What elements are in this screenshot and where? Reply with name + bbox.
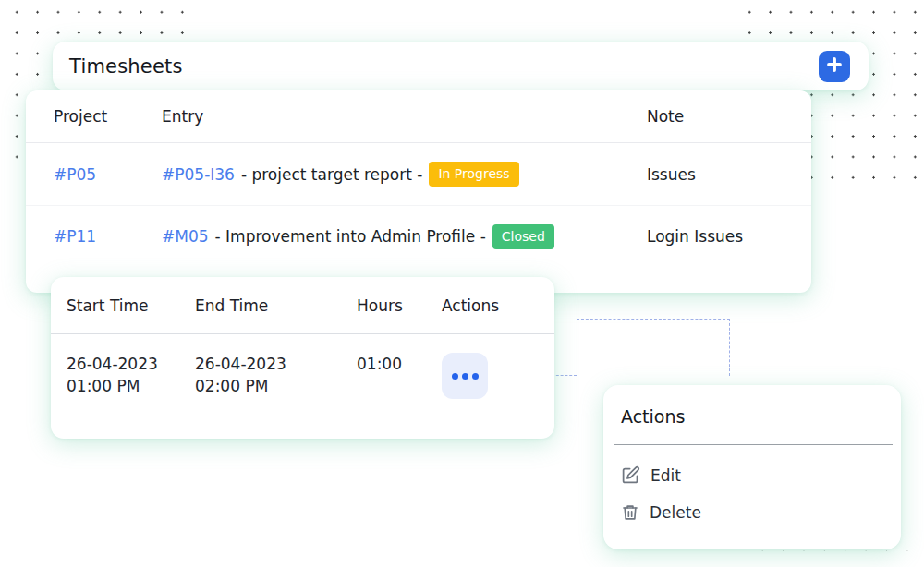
time-entries-card: Start Time End Time Hours Actions 26-04-… bbox=[51, 277, 554, 439]
column-header-actions: Actions bbox=[442, 296, 554, 315]
page-title: Timesheets bbox=[69, 55, 183, 78]
plus-icon bbox=[824, 54, 845, 78]
column-header-entry: Entry bbox=[162, 107, 647, 126]
project-link[interactable]: #P05 bbox=[54, 165, 96, 184]
menu-item-label: Delete bbox=[650, 503, 701, 522]
ellipsis-icon bbox=[452, 373, 479, 380]
project-link[interactable]: #P11 bbox=[54, 227, 96, 246]
table-row: #P05 #P05-I36 - project target report - … bbox=[26, 143, 811, 205]
status-badge: In Progress bbox=[429, 162, 518, 187]
menu-item-edit[interactable]: Edit bbox=[603, 456, 901, 494]
note-cell: Issues bbox=[647, 165, 811, 184]
menu-item-delete[interactable]: Delete bbox=[603, 494, 901, 531]
entry-text: - project target report - bbox=[241, 165, 423, 184]
end-time-cell: 26-04-2023 02:00 PM bbox=[195, 353, 357, 397]
end-time: 02:00 PM bbox=[195, 375, 357, 397]
end-date: 26-04-2023 bbox=[195, 353, 357, 375]
entry-link[interactable]: #P05-I36 bbox=[162, 165, 235, 184]
entry-text: - Improvement into Admin Profile - bbox=[215, 227, 486, 246]
edit-icon bbox=[621, 465, 640, 485]
table-row: #P11 #M05 - Improvement into Admin Profi… bbox=[26, 205, 811, 267]
start-time-cell: 26-04-2023 01:00 PM bbox=[51, 353, 195, 397]
actions-popup: Actions Edit Delete bbox=[603, 385, 901, 549]
column-header-end-time: End Time bbox=[195, 296, 357, 315]
column-header-note: Note bbox=[647, 107, 811, 126]
menu-item-label: Edit bbox=[650, 466, 681, 485]
trash-icon bbox=[621, 503, 639, 522]
time-entries-header: Start Time End Time Hours Actions bbox=[51, 277, 554, 334]
start-date: 26-04-2023 bbox=[67, 353, 195, 375]
column-header-start-time: Start Time bbox=[51, 296, 195, 315]
timesheet-table-card: Project Entry Note #P05 #P05-I36 - proje… bbox=[26, 90, 811, 293]
hours-cell: 01:00 bbox=[357, 355, 442, 373]
note-cell: Login Issues bbox=[647, 227, 811, 246]
entry-link[interactable]: #M05 bbox=[162, 227, 209, 246]
connector-dashed-line bbox=[577, 319, 730, 376]
timesheet-table-header: Project Entry Note bbox=[26, 90, 811, 143]
dot-grid-right-column bbox=[909, 380, 924, 567]
column-header-hours: Hours bbox=[357, 296, 442, 315]
status-badge: Closed bbox=[492, 224, 554, 249]
add-timesheet-button[interactable] bbox=[819, 51, 850, 82]
column-header-project: Project bbox=[26, 107, 162, 126]
actions-menu-list: Edit Delete bbox=[603, 445, 901, 531]
actions-popup-title: Actions bbox=[603, 385, 901, 444]
timesheets-header-card: Timesheets bbox=[53, 42, 869, 90]
row-actions-button[interactable] bbox=[442, 353, 488, 399]
time-entry-row: 26-04-2023 01:00 PM 26-04-2023 02:00 PM … bbox=[51, 334, 554, 399]
start-time: 01:00 PM bbox=[67, 375, 195, 397]
dot-grid-bottom-right bbox=[747, 550, 924, 567]
